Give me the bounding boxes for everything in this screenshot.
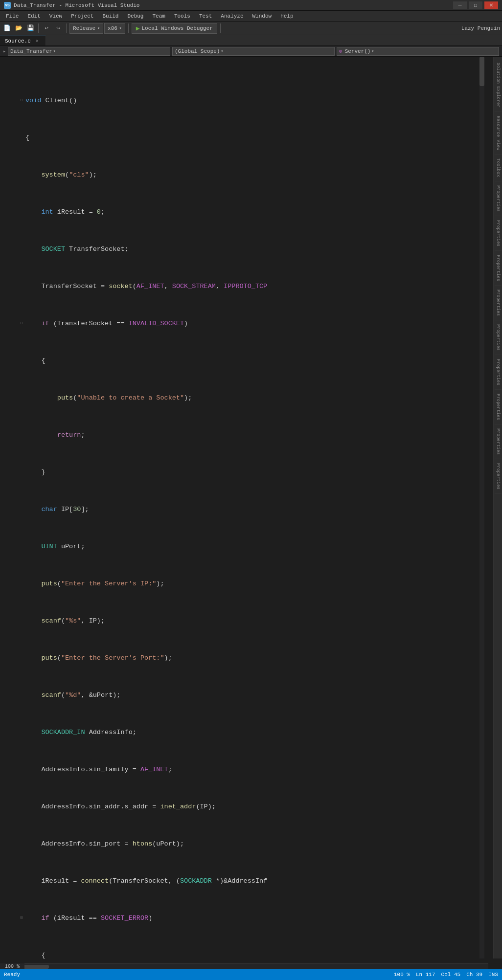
platform-dropdown[interactable]: x86 ▾ (104, 23, 125, 34)
menu-view[interactable]: View (46, 12, 66, 20)
status-ch: Ch 39 (466, 972, 482, 978)
code-line: ⊟ if (TransferSocket == INVALID_SOCKET) (0, 319, 493, 328)
properties-tab-2[interactable]: Properties (495, 216, 502, 251)
status-right: 100 % Ln 117 Col 45 Ch 39 INS (394, 972, 498, 978)
title-bar-controls[interactable]: ─ □ ✕ (453, 1, 498, 9)
properties-tab-5[interactable]: Properties (495, 320, 502, 355)
properties-tab-9[interactable]: Properties (495, 459, 502, 494)
status-line: Ln 117 (416, 972, 435, 978)
code-line: { (0, 133, 493, 142)
build-config-label: Release (73, 25, 95, 31)
code-line: AddressInfo.sin_port = htons(uPort); (0, 839, 493, 848)
user-label: Lazy Penguin (461, 25, 500, 31)
zoom-indicator: 100 % (0, 963, 24, 969)
toolbar-separator-3 (128, 23, 129, 33)
scope-label: (Global Scope) (175, 48, 220, 54)
code-line: char IP[30]; (0, 505, 493, 514)
minimize-button[interactable]: ─ (453, 1, 467, 9)
status-ins: INS (488, 972, 498, 978)
menu-bar: File Edit View Project Build Debug Team … (0, 11, 502, 22)
project-dropdown[interactable]: Data_Transfer ▾ (8, 47, 170, 56)
open-icon[interactable]: 📂 (14, 23, 23, 33)
menu-window[interactable]: Window (249, 12, 276, 20)
code-line: ⊟ void Client() (0, 96, 493, 105)
status-col: Col 45 (441, 972, 461, 978)
menu-tools[interactable]: Tools (170, 12, 194, 20)
symbol-dropdown[interactable]: ⊕ Server() ▾ (337, 47, 499, 56)
code-line: scanf("%d", &uPort); (0, 690, 493, 700)
resource-view-tab[interactable]: Resource View (495, 112, 502, 155)
menu-debug[interactable]: Debug (123, 12, 147, 20)
redo-icon[interactable]: ↪ (53, 23, 63, 33)
save-icon[interactable]: 💾 (25, 23, 35, 33)
code-line: } (0, 468, 493, 477)
code-line: scanf("%s", IP); (0, 616, 493, 625)
properties-tab-7[interactable]: Properties (495, 390, 502, 424)
toolbar-separator-4 (220, 23, 221, 33)
menu-team[interactable]: Team (148, 12, 169, 20)
toolbar-separator-2 (66, 23, 67, 33)
new-project-icon[interactable]: 📄 (2, 23, 12, 33)
code-line: puts("Unable to create a Socket"); (0, 393, 493, 402)
toolbar: 📄 📂 💾 ↩ ↪ Release ▾ x86 ▾ ▶ Local Window… (0, 22, 502, 35)
status-ready: Ready (4, 972, 20, 978)
symbol-icon: ⊕ (339, 48, 342, 54)
vertical-scrollbar[interactable] (479, 57, 484, 958)
vs-icon: VS (4, 2, 11, 9)
config-dropdown[interactable]: Release ▾ x86 ▾ (69, 23, 125, 34)
code-line: return; (0, 430, 493, 440)
menu-test[interactable]: Test (195, 12, 216, 20)
tab-label: Source.c (5, 38, 31, 44)
toolbox-tab[interactable]: Toolbox (495, 155, 502, 181)
properties-tab-1[interactable]: Properties (495, 181, 502, 216)
build-config-dropdown[interactable]: Release ▾ (69, 23, 103, 34)
maximize-button[interactable]: □ (469, 1, 482, 9)
chevron-down-icon: ▾ (97, 26, 100, 30)
platform-label: x86 (108, 25, 117, 31)
project-chevron-icon: ▾ (53, 49, 56, 53)
menu-project[interactable]: Project (67, 12, 97, 20)
code-editor[interactable]: ⊟ void Client() { system("cls"); int iRe… (0, 57, 493, 958)
menu-file[interactable]: File (2, 12, 23, 20)
scrollbar-thumb[interactable] (479, 57, 484, 86)
right-sidebar: Solution Explorer Resource View Toolbox … (493, 57, 502, 958)
title-bar: VS Data_Transfer - Microsoft Visual Stud… (0, 0, 502, 11)
code-line: int iResult = 0; (0, 207, 493, 217)
properties-tab-6[interactable]: Properties (495, 355, 502, 390)
code-line: ⊟ if (iResult == SOCKET_ERROR) (0, 913, 493, 923)
menu-build[interactable]: Build (98, 12, 122, 20)
nav-bar: ▸ Data_Transfer ▾ (Global Scope) ▾ ⊕ Ser… (0, 46, 502, 57)
solution-explorer-tab[interactable]: Solution Explorer (495, 59, 502, 112)
chevron-down-icon-2: ▾ (119, 26, 122, 30)
menu-analyze[interactable]: Analyze (217, 12, 247, 20)
scope-dropdown[interactable]: (Global Scope) ▾ (172, 47, 335, 56)
horizontal-scrollbar[interactable] (0, 963, 488, 969)
status-left: Ready (4, 972, 20, 978)
tab-source-c[interactable]: Source.c ✕ (0, 36, 46, 45)
tab-close-icon[interactable]: ✕ (34, 38, 41, 45)
code-line: { (0, 951, 493, 958)
run-arrow-icon: ▶ (136, 24, 140, 32)
code-line: AddressInfo.sin_family = AF_INET; (0, 765, 493, 774)
code-line: UINT uPort; (0, 542, 493, 551)
code-line: puts("Enter the Server's IP:"); (0, 579, 493, 588)
menu-edit[interactable]: Edit (23, 12, 44, 20)
code-line: SOCKADDR_IN AddressInfo; (0, 728, 493, 737)
code-line: iResult = connect(TransferSocket, (SOCKA… (0, 876, 493, 886)
run-label: Local Windows Debugger (142, 25, 213, 31)
code-line: puts("Enter the Server's Port:"); (0, 653, 493, 663)
properties-tab-8[interactable]: Properties (495, 424, 502, 459)
undo-icon[interactable]: ↩ (42, 23, 51, 33)
properties-tab-4[interactable]: Properties (495, 286, 502, 320)
menu-help[interactable]: Help (276, 12, 297, 20)
close-button[interactable]: ✕ (484, 1, 498, 9)
symbol-chevron-icon: ▾ (371, 49, 374, 53)
code-line: system("cls"); (0, 170, 493, 179)
title-bar-text: Data_Transfer - Microsoft Visual Studio (14, 2, 139, 8)
code-line: { (0, 356, 493, 365)
code-line: TransferSocket = socket(AF_INET, SOCK_ST… (0, 282, 493, 291)
run-button[interactable]: ▶ Local Windows Debugger (132, 23, 217, 34)
code-line: AddressInfo.sin_addr.s_addr = inet_addr(… (0, 802, 493, 811)
title-bar-left: VS Data_Transfer - Microsoft Visual Stud… (4, 2, 139, 9)
properties-tab-3[interactable]: Properties (495, 251, 502, 286)
